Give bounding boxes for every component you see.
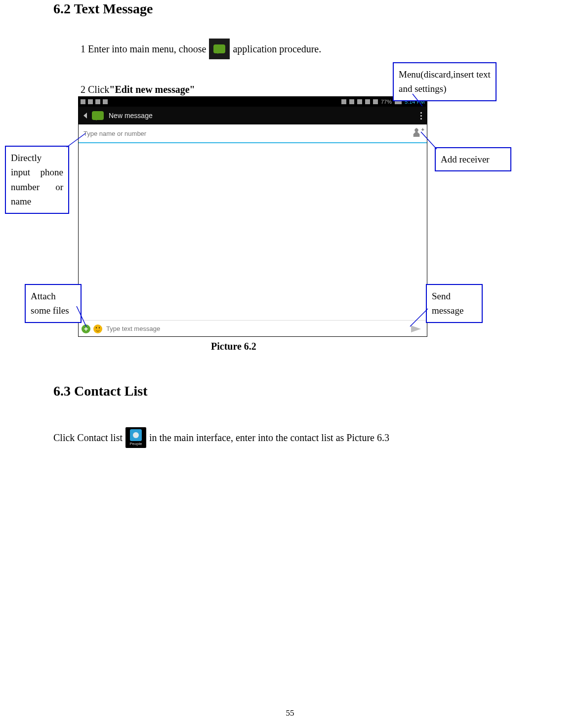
contact-face-icon xyxy=(130,429,142,441)
callout-direct-input: Directly input phone number or name xyxy=(5,146,69,214)
step3-suffix: in the main interface, enter into the co… xyxy=(149,432,389,444)
step2-bold: "Edit new message" xyxy=(109,84,195,95)
compose-row: + xyxy=(79,320,427,337)
statusbar-left-icons xyxy=(81,99,108,104)
status-icon xyxy=(95,99,100,104)
message-body-area xyxy=(79,143,427,320)
signal-icon xyxy=(365,99,370,104)
messaging-app-icon xyxy=(209,39,230,59)
step3-line: Click Contact list People in the main in… xyxy=(53,427,389,448)
page-number: 55 xyxy=(0,708,580,718)
section-heading-6-3: 6.3 Contact List xyxy=(53,383,148,399)
sync-icon xyxy=(357,99,362,104)
add-contact-button[interactable]: + xyxy=(412,128,423,139)
battery-percent: 77% xyxy=(381,99,392,105)
signal-icon xyxy=(373,99,378,104)
step2-line: 2 Click"Edit new message" xyxy=(81,84,195,95)
recipient-row: + xyxy=(79,124,427,143)
compose-input[interactable] xyxy=(105,324,408,333)
status-icon xyxy=(81,99,85,104)
plus-icon: + xyxy=(421,126,424,132)
speech-bubble-icon xyxy=(92,111,104,120)
callout-send: Send message xyxy=(426,284,483,323)
send-button[interactable] xyxy=(411,325,421,332)
callout-attach: Attach some files xyxy=(25,284,82,323)
messaging-app-icon xyxy=(91,109,105,122)
bluetooth-icon xyxy=(341,99,346,104)
sync-icon xyxy=(349,99,354,104)
step1-prefix: 1 Enter into main menu, choose xyxy=(81,43,206,55)
recipient-input[interactable] xyxy=(83,129,357,138)
attach-button[interactable]: + xyxy=(82,324,90,333)
app-bar: New message xyxy=(79,107,427,124)
step2-prefix: 2 Click xyxy=(81,84,109,95)
overflow-menu-icon[interactable] xyxy=(420,112,422,120)
app-bar-title: New message xyxy=(109,112,153,120)
screenshot-new-message: 77% 5:14 PM New message + + xyxy=(78,96,427,337)
step3-prefix: Click Contact list xyxy=(53,432,123,444)
people-app-icon: People xyxy=(125,427,146,448)
section-heading-6-2: 6.2 Text Message xyxy=(53,1,153,17)
step1-line: 1 Enter into main menu, choose applicati… xyxy=(81,39,321,59)
person-icon xyxy=(412,128,421,137)
back-icon[interactable] xyxy=(83,113,87,119)
callout-add-receiver: Add receiver xyxy=(435,147,511,171)
emoji-button[interactable] xyxy=(93,324,102,333)
figure-caption: Picture 6.2 xyxy=(211,341,256,352)
status-icon xyxy=(103,99,108,104)
status-bar: 77% 5:14 PM xyxy=(79,97,427,107)
step1-suffix: application procedure. xyxy=(233,43,321,55)
callout-menu: Menu(discard,insert text and settings) xyxy=(393,62,497,101)
status-icon xyxy=(88,99,93,104)
speech-bubble-icon xyxy=(213,44,225,53)
people-icon-label: People xyxy=(130,442,142,446)
